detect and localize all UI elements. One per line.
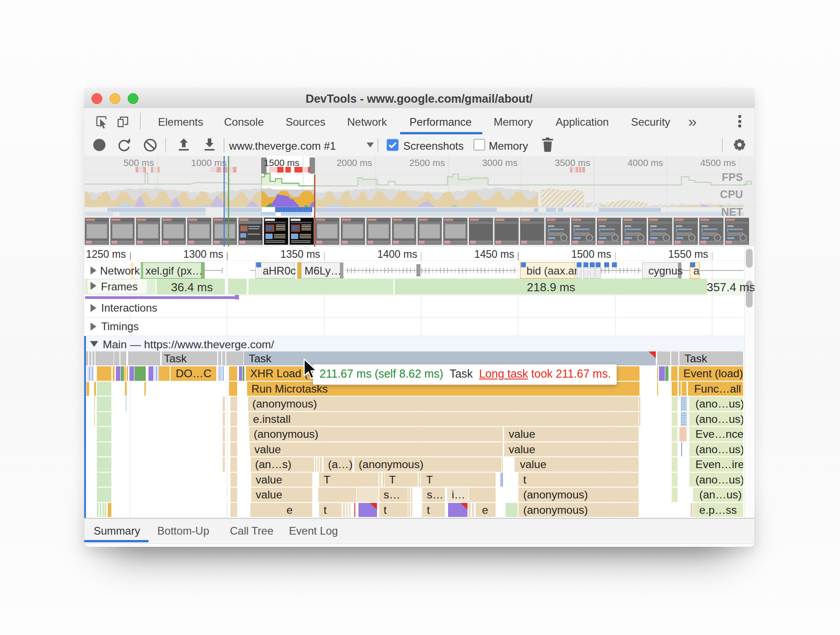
svg-text:3000 ms: 3000 ms	[482, 157, 518, 168]
svg-text:2500 ms: 2500 ms	[409, 157, 445, 168]
svg-text:2000 ms: 2000 ms	[336, 157, 372, 168]
svg-text:NET: NET	[721, 206, 743, 218]
svg-text:CPU: CPU	[720, 188, 743, 200]
svg-text:FPS: FPS	[721, 171, 743, 183]
svg-text:3500 ms: 3500 ms	[554, 157, 590, 168]
svg-text:4500 ms: 4500 ms	[700, 157, 736, 168]
svg-text:500 ms: 500 ms	[123, 157, 153, 168]
svg-text:1000 ms: 1000 ms	[191, 157, 227, 168]
svg-text:1500 ms: 1500 ms	[263, 157, 299, 168]
svg-text:4000 ms: 4000 ms	[627, 157, 663, 168]
